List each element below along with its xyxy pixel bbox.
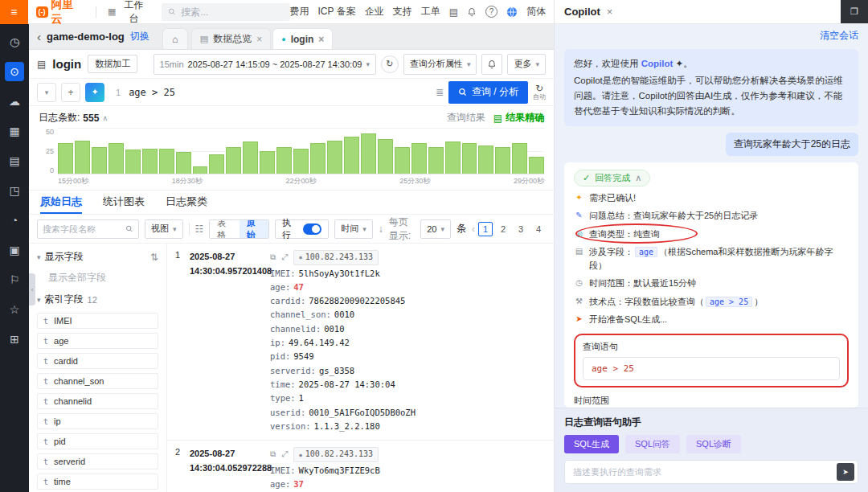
histogram-bar[interactable] <box>125 150 141 174</box>
dashboard-icon[interactable]: ▦ <box>5 121 24 141</box>
assistant-button-SQL问答[interactable]: SQL问答 <box>625 435 680 453</box>
topbar-link-支持[interactable]: 支持 <box>393 5 412 18</box>
layout-icon[interactable]: ☷ <box>194 223 203 235</box>
panel-toggle-button[interactable]: ❐ <box>841 0 868 23</box>
cloud-icon[interactable]: ☁ <box>5 92 24 111</box>
alerts-button[interactable] <box>481 54 502 75</box>
assistant-button-SQL生成[interactable]: SQL生成 <box>564 435 619 453</box>
field-item-cardid[interactable]: tcardid <box>37 353 158 369</box>
log-field[interactable]: serverid:gs_8358 <box>270 364 546 378</box>
field-item-channel_son[interactable]: tchannel_son <box>37 373 158 389</box>
log-field[interactable]: userid:0010_5A1FGoIQD5DB0oZH <box>270 406 546 420</box>
source-ip-tag[interactable]: ●100.82.243.133 <box>293 250 379 265</box>
histogram-bar[interactable] <box>478 146 493 174</box>
monitor-icon[interactable]: ▣ <box>5 240 24 260</box>
time-range-picker[interactable]: 15min 2025-08-27 14:15:09 ~ 2025-08-27 1… <box>154 54 376 75</box>
language-selector[interactable]: 简体 <box>526 5 546 18</box>
field-search[interactable] <box>37 219 139 239</box>
log-field[interactable]: IMEI:5lhSoyAy3Ot1fL2k <box>270 267 546 281</box>
topbar-link-工单[interactable]: 工单 <box>421 5 440 18</box>
collapse-chart-icon[interactable]: ∧ <box>102 114 108 122</box>
clear-session-link[interactable]: 清空会话 <box>564 29 858 43</box>
log-service-icon[interactable]: ⊙ <box>5 62 24 81</box>
histogram-bar[interactable] <box>176 152 191 174</box>
close-icon[interactable]: × <box>318 34 324 45</box>
exec-toggle[interactable]: 执行 <box>275 219 329 239</box>
histogram-bar[interactable] <box>512 143 527 174</box>
field-item-pid[interactable]: tpid <box>37 433 158 449</box>
field-item-age[interactable]: tage <box>37 333 158 349</box>
histogram-bar[interactable] <box>75 141 90 174</box>
view-dropdown[interactable]: 视图 ▾ <box>145 219 183 239</box>
toggle-switch[interactable] <box>303 223 321 235</box>
histogram-bar[interactable] <box>243 141 258 174</box>
sort-icon[interactable]: ⇅ <box>150 252 158 263</box>
log-field[interactable]: cardid:7862882009022205845 <box>270 294 546 308</box>
box-icon[interactable]: ◳ <box>5 181 24 200</box>
segment-table[interactable]: 表格 <box>210 220 239 238</box>
workbench-button[interactable]: ▦ 工作台 <box>101 0 154 26</box>
histogram-bar[interactable] <box>361 133 376 174</box>
tab-统计图表[interactable]: 统计图表 <box>103 191 145 214</box>
display-fields-header[interactable]: ▾ 显示字段 ⇅ <box>37 250 158 264</box>
copilot-trigger-icon[interactable]: ✦ <box>85 83 104 102</box>
log-field[interactable]: channelid:0010 <box>270 322 546 336</box>
per-page-dropdown[interactable]: 20 ▾ <box>420 219 451 239</box>
tab-原始日志[interactable]: 原始日志 <box>40 191 82 214</box>
index-fields-header[interactable]: ▾ 索引字段 12 <box>37 293 158 306</box>
close-icon[interactable]: × <box>256 34 262 45</box>
histogram-bar[interactable] <box>142 149 158 174</box>
workspace-tab-login[interactable]: ●login× <box>272 28 333 49</box>
back-icon[interactable]: ‹ <box>37 31 41 43</box>
log-field[interactable]: IMEI:WkyTo6mq3FIZE9cB <box>270 464 546 478</box>
add-tab-button[interactable]: + <box>61 83 80 102</box>
query-properties-dropdown[interactable]: 查询分析属性 ▾ <box>403 54 477 75</box>
topbar-search-input[interactable] <box>181 6 283 18</box>
data-process-button[interactable]: 数据加工 <box>88 55 137 73</box>
time-column-dropdown[interactable]: 时间 ▾ <box>334 219 373 239</box>
log-field[interactable]: time:2025-08-27 14:30:04 <box>270 378 546 392</box>
tab-日志聚类[interactable]: 日志聚类 <box>166 191 207 214</box>
page-1[interactable]: 1 <box>478 222 493 236</box>
log-field[interactable]: age:47 <box>270 281 546 294</box>
home-tab[interactable]: ⌂ <box>162 28 188 49</box>
topbar-link-ICP 备案[interactable]: ICP 备案 <box>318 5 356 18</box>
more-dropdown[interactable]: 更多 ▾ <box>507 54 546 75</box>
copy-icon[interactable]: ⧉ <box>270 448 276 461</box>
query-text[interactable]: age > 25 <box>129 87 175 98</box>
panel-collapse-handle[interactable]: ‹ <box>29 273 35 305</box>
download-icon[interactable]: ↓ <box>379 223 383 235</box>
send-button[interactable]: ➤ <box>837 463 854 481</box>
close-icon[interactable]: × <box>607 6 613 18</box>
segment-raw[interactable]: 原始 <box>240 220 268 238</box>
globe-icon[interactable] <box>506 6 518 18</box>
collapse-query-button[interactable]: ▾ <box>37 83 56 102</box>
field-item-time[interactable]: ttime <box>37 474 158 490</box>
product-menu-button[interactable]: ≡ <box>0 0 28 24</box>
field-search-input[interactable] <box>43 224 122 234</box>
prev-page-icon[interactable]: ‹ <box>472 223 475 235</box>
log-field[interactable]: pid:9549 <box>270 350 546 363</box>
assistant-input[interactable]: ➤ <box>564 460 858 484</box>
assistant-button-SQL诊断[interactable]: SQL诊断 <box>686 435 741 453</box>
source-ip-tag[interactable]: ●100.82.243.133 <box>293 447 379 462</box>
search-analyze-button[interactable]: 查询 / 分析 <box>448 81 528 104</box>
field-item-IMEI[interactable]: tIMEI <box>37 313 158 329</box>
field-item-channelid[interactable]: tchannelid <box>37 393 158 409</box>
log-field[interactable]: type:1 <box>270 392 546 405</box>
refresh-button[interactable]: ↻ <box>381 55 399 73</box>
histogram-bar[interactable] <box>411 143 427 174</box>
workspace-tab-数据总览[interactable]: ▤数据总览× <box>191 28 271 49</box>
histogram-bar[interactable] <box>293 149 309 174</box>
log-field[interactable]: version:1.1.3_2.2.180 <box>270 420 546 433</box>
log-field[interactable]: ip:49.64.149.42 <box>270 336 546 350</box>
show-all-fields[interactable]: 显示全部字段 <box>48 271 158 285</box>
log-field[interactable]: channel_son:0010 <box>270 308 546 322</box>
query-statement-code[interactable]: age > 25 <box>583 357 840 380</box>
histogram-bar[interactable] <box>58 143 73 174</box>
topbar-link-企业[interactable]: 企业 <box>365 5 384 18</box>
pie-icon[interactable]: ◔ <box>5 211 24 230</box>
histogram-bar[interactable] <box>260 151 275 174</box>
histogram-bar[interactable] <box>445 141 461 174</box>
topbar-link-费用[interactable]: 费用 <box>290 5 309 18</box>
